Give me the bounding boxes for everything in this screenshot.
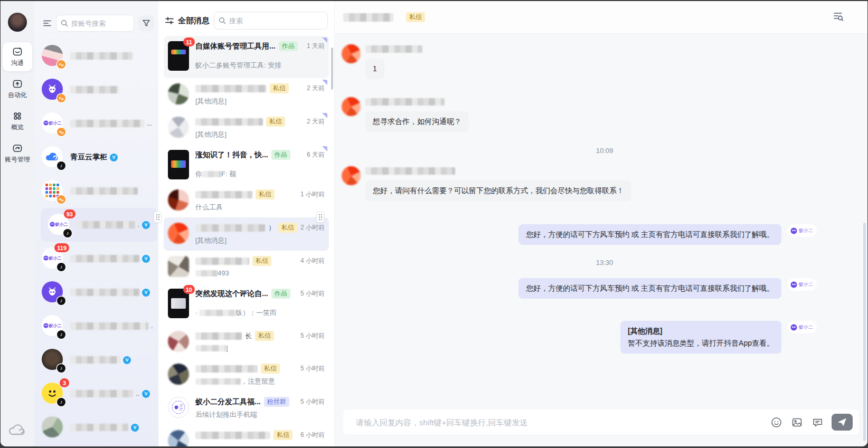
- filter-label: 全部消息: [178, 16, 210, 26]
- censored-chat-title: [343, 13, 393, 22]
- message-preview: · 版）：一笑而: [195, 308, 325, 318]
- unread-corner-mark: [322, 113, 327, 118]
- verified-badge: V: [123, 356, 131, 364]
- message-time: 5 小时前: [300, 289, 325, 298]
- wechat-channels-icon: [57, 94, 65, 102]
- message-preview: 你F: 额: [195, 169, 325, 179]
- chat-panel: 私信 1 想寻求合作，如何沟通呢？ 10: [334, 1, 867, 446]
- verified-badge: V: [131, 424, 139, 432]
- censored-name: [70, 390, 133, 397]
- message-preview: [其他消息]: [195, 97, 325, 106]
- sender-account-pill: 蚁小二: [788, 224, 817, 237]
- message-item[interactable]: 私信 1 小时前 什么工具: [164, 184, 329, 217]
- message-item[interactable]: 10 突然发现这个评论自... 作品 5 小时前 · 版）：一笑而: [164, 283, 329, 326]
- incoming-message-group: 1: [342, 44, 867, 79]
- chat-message-area[interactable]: 1 想寻求合作，如何沟通呢？ 10:09 您好，请问有什么需要？可以留下您的联系…: [335, 34, 867, 409]
- message-item[interactable]: 私信 6 小时前: [164, 425, 329, 446]
- column-resize-grip[interactable]: [154, 212, 162, 223]
- name-suffix: ...: [147, 120, 152, 127]
- nav-item-communication[interactable]: 沟通: [3, 42, 32, 71]
- censored-name: [70, 322, 148, 330]
- message-item[interactable]: 11 自媒体账号管理工具用... 作品 1 天前 蚁小二多账号管理工具: 安排: [164, 36, 329, 78]
- account-item[interactable]: [34, 73, 158, 107]
- quick-reply-icon[interactable]: [812, 417, 823, 428]
- other-message-label: [其他消息]: [628, 326, 774, 336]
- message-item[interactable]: 长 私信 5 小时前 ]: [164, 326, 329, 358]
- wechat-channels-icon: [57, 195, 65, 204]
- account-item[interactable]: 3 ♪ ..V: [34, 377, 158, 411]
- message-list-header: 全部消息: [158, 1, 334, 35]
- outgoing-message-group: [其他消息] 暂不支持该消息类型，请打开抖音App查看。 蚁小二: [342, 321, 867, 354]
- column-resize-grip[interactable]: [316, 212, 324, 223]
- fan-group-avatar: [168, 397, 189, 418]
- account-search[interactable]: [56, 15, 134, 32]
- user-avatar[interactable]: [8, 13, 27, 32]
- account-search-input[interactable]: [71, 20, 129, 27]
- douyin-icon: ♪: [63, 229, 72, 237]
- image-icon[interactable]: [791, 417, 803, 428]
- verified-badge: V: [110, 154, 118, 161]
- dm-badge: 私信: [270, 83, 289, 93]
- message-list-scrollbar[interactable]: [331, 47, 333, 90]
- censored-sender-name: [365, 98, 445, 106]
- account-item[interactable]: [34, 174, 158, 208]
- emoji-icon[interactable]: [771, 417, 782, 428]
- reply-input-bar: [343, 409, 859, 435]
- account-item[interactable]: ♪ V: [34, 343, 158, 377]
- account-item[interactable]: 蚁小二 ...: [34, 107, 158, 140]
- account-item[interactable]: 蚁小二 119 ♪ V: [34, 242, 158, 275]
- incoming-message-group: 想寻求合作，如何沟通呢？: [342, 97, 867, 132]
- timestamp: 10:09: [342, 147, 867, 155]
- nav-rail: 沟通 自动化 概览 账号管理: [1, 1, 34, 446]
- account-item[interactable]: V: [34, 411, 158, 444]
- message-preview: ，注意留意: [195, 377, 325, 386]
- message-item[interactable]: 涨知识了！抖音，快... 作品 6 天前 你F: 额: [164, 145, 329, 184]
- message-preview: 什么工具: [195, 203, 325, 212]
- message-item-selected[interactable]: ） 私信 2 小时前 [其他消息]: [164, 217, 329, 251]
- censored-sender-name: [365, 45, 422, 53]
- censored-name: [195, 365, 258, 373]
- account-item[interactable]: [34, 39, 158, 73]
- nav-item-automation[interactable]: 自动化: [3, 74, 32, 103]
- account-card-icon: [3, 143, 32, 154]
- message-item[interactable]: 蚁小二分发工具福... 粉丝群 5 小时前 后续计划推出手机端: [164, 392, 329, 425]
- nav-item-account-management[interactable]: 账号管理: [3, 139, 32, 168]
- message-time: 5 小时前: [300, 364, 325, 373]
- unread-count: 11: [183, 37, 195, 46]
- account-item[interactable]: ♪ V: [34, 275, 158, 309]
- nav-item-overview[interactable]: 概览: [3, 107, 32, 136]
- reply-input[interactable]: [356, 418, 761, 427]
- history-search-icon[interactable]: [833, 11, 844, 24]
- unread-corner-mark: [322, 146, 327, 151]
- account-item[interactable]: 蚁小二 ♪ .: [34, 309, 158, 343]
- collapse-list-icon[interactable]: [43, 20, 52, 27]
- message-filter[interactable]: 全部消息: [165, 16, 210, 26]
- send-button[interactable]: [832, 414, 853, 431]
- unread-corner-mark: [322, 80, 327, 85]
- chat-scrollbar[interactable]: [863, 223, 866, 441]
- message-search[interactable]: [214, 12, 328, 30]
- censored-name: [70, 120, 144, 127]
- message-item[interactable]: 私信 2 天前 [其他消息]: [164, 78, 329, 111]
- sender-label: 蚁小二: [799, 324, 813, 331]
- fans-badge: 粉丝群: [264, 397, 289, 407]
- account-item[interactable]: ♪ 青豆云掌柜V: [34, 140, 158, 174]
- dm-badge: 私信: [266, 117, 285, 127]
- dm-badge: 私信: [406, 12, 425, 22]
- verified-badge: V: [142, 221, 150, 229]
- message-item[interactable]: 私信 4 小时前 493: [164, 251, 329, 283]
- message-item[interactable]: 私信 5 小时前 ，注意留意: [164, 358, 329, 392]
- account-filter-button[interactable]: [138, 15, 154, 31]
- douyin-icon: ♪: [57, 398, 65, 406]
- message-time: 2 小时前: [300, 223, 325, 232]
- contact-avatar: [342, 97, 361, 116]
- message-item[interactable]: 私信 2 天前 [其他消息]: [164, 111, 329, 145]
- account-item-selected[interactable]: 蚁小二 93 ♪ .V: [41, 208, 157, 242]
- message-search-input[interactable]: [229, 17, 323, 25]
- contact-avatar: [168, 430, 189, 446]
- sender-account-pill: 蚁小二: [788, 321, 817, 333]
- censored-name: [77, 221, 135, 228]
- app-logo-cloud-icon: [8, 423, 26, 439]
- funnel-icon: [142, 19, 150, 27]
- censored-name: [195, 118, 263, 126]
